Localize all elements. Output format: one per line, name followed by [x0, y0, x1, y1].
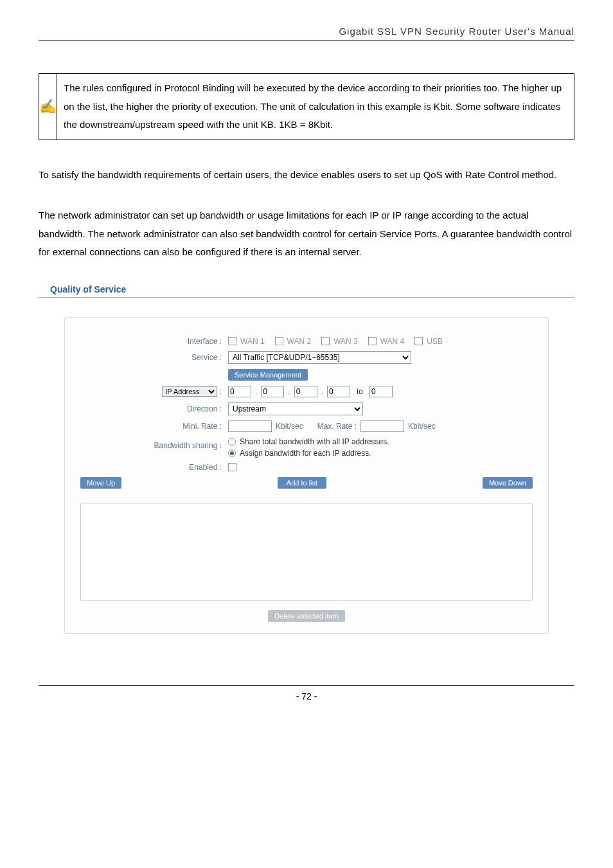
move-up-button[interactable]: Move Up [80, 477, 121, 489]
label-direction: Direction : [80, 404, 228, 413]
direction-select[interactable]: Upstream [228, 402, 363, 415]
paragraph-2: The network administrator can set up ban… [39, 206, 574, 262]
rule-list-box[interactable] [80, 503, 533, 601]
label-bandwidth-sharing: Bandwidth sharing : [80, 437, 228, 450]
checkbox-wan4[interactable] [368, 337, 377, 345]
paragraph-1: To satisfy the bandwidth requirements of… [39, 166, 574, 185]
service-select[interactable]: All Traffic [TCP&UDP/1~65535] [228, 351, 411, 364]
ip-octet-2[interactable] [261, 386, 284, 397]
min-rate-unit: Kbit/sec [276, 422, 303, 431]
add-to-list-button[interactable]: Add to list [278, 477, 326, 489]
section-heading: Quality of Service [39, 284, 574, 296]
max-rate-input[interactable] [360, 420, 404, 432]
label-mini-rate: Mini. Rate : [80, 422, 228, 431]
dot: . [255, 387, 257, 396]
radio-share-total[interactable] [228, 438, 236, 446]
handwrite-icon: ✍ [39, 74, 57, 140]
label-service: Service : [80, 353, 228, 362]
min-rate-input[interactable] [228, 420, 272, 432]
checkbox-wan2[interactable] [275, 337, 283, 345]
radio-label-share-total: Share total bandwidth with all IP addres… [240, 437, 389, 446]
radio-assign-each[interactable] [228, 449, 236, 457]
note-text: The rules configured in Protocol Binding… [57, 74, 574, 140]
ip-type-select[interactable]: IP Address [162, 386, 217, 397]
note-box: ✍ The rules configured in Protocol Bindi… [39, 73, 574, 140]
ip-octet-5[interactable] [369, 386, 393, 397]
checkbox-wan1[interactable] [228, 337, 236, 345]
ip-octet-4[interactable] [327, 386, 350, 397]
page-footer: - 72 - [39, 685, 574, 701]
checkbox-label-wan1: WAN 1 [240, 337, 265, 346]
checkbox-wan3[interactable] [321, 337, 330, 345]
label-interface: Interface : [80, 337, 228, 346]
checkbox-label-wan3: WAN 3 [333, 337, 358, 346]
delete-selected-button[interactable]: Delete selected item [268, 610, 345, 622]
ip-to-label: to [357, 387, 363, 396]
checkbox-label-usb: USB [427, 337, 443, 346]
dot: . [288, 387, 290, 396]
max-rate-label: Max. Rate : [317, 422, 357, 431]
checkbox-usb[interactable] [414, 337, 423, 345]
checkbox-label-wan2: WAN 2 [287, 337, 312, 346]
move-down-button[interactable]: Move Down [483, 477, 533, 489]
checkbox-enabled[interactable] [228, 463, 236, 471]
checkbox-label-wan4: WAN 4 [380, 337, 405, 346]
radio-label-assign-each: Assign bandwidth for each IP address. [240, 449, 371, 458]
section-underline [39, 297, 574, 298]
page-header: Gigabit SSL VPN Security Router User's M… [39, 26, 574, 41]
qos-panel: Interface : WAN 1 WAN 2 WAN 3 WAN 4 USB … [64, 317, 549, 634]
label-enabled: Enabled : [80, 463, 228, 472]
section-heading-wrap: Quality of Service [39, 284, 574, 298]
max-rate-unit: Kbit/sec [408, 422, 436, 431]
service-management-button[interactable]: Service Management [228, 369, 308, 381]
dot: . [321, 387, 323, 396]
ip-octet-3[interactable] [294, 386, 317, 397]
ip-octet-1[interactable] [228, 386, 251, 397]
